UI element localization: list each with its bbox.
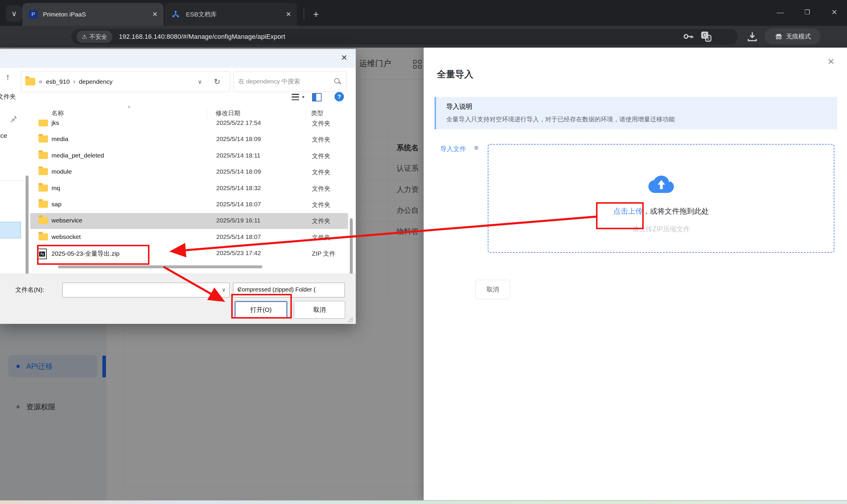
- close-window-button[interactable]: ✕: [826, 4, 843, 21]
- upload-dropzone[interactable]: 点击上传，或将文件拖到此处 请上传ZIP压缩文件: [488, 144, 834, 253]
- folder-icon: [38, 152, 48, 159]
- list-view-icon[interactable]: [292, 94, 299, 100]
- tab-esb-docs[interactable]: ESB文档库 ✕: [165, 3, 297, 26]
- up-directory-button[interactable]: ↑: [5, 72, 10, 82]
- annotation-box-open-button: [231, 294, 292, 319]
- preview-pane-icon[interactable]: [312, 93, 322, 102]
- file-date: 2025/5/14 18:09: [216, 136, 261, 143]
- drawer-cancel-button[interactable]: 取消: [476, 280, 510, 299]
- file-date: 2025/5/19 16:11: [216, 217, 260, 224]
- file-row[interactable]: media_pet_deleted2025/5/14 18:11文件夹: [30, 148, 348, 164]
- column-divider: [306, 110, 306, 120]
- security-badge[interactable]: ⚠ 不安全: [76, 31, 113, 43]
- file-type: 文件夹: [312, 152, 330, 160]
- file-name[interactable]: websocket: [51, 233, 81, 240]
- file-row[interactable]: jks2025/5/22 17:54文件夹: [30, 120, 348, 131]
- breadcrumb-prefix: «: [39, 78, 42, 86]
- file-type: 文件夹: [312, 120, 330, 128]
- drawer-close-icon[interactable]: ✕: [827, 56, 835, 67]
- full-import-drawer: ✕ 全量导入 导入说明 全量导入只支持对空环境进行导入，对于已经存在数据的环境，…: [424, 48, 847, 500]
- new-folder-label-clipped[interactable]: 文件夹: [0, 93, 16, 101]
- refresh-icon[interactable]: ↻: [214, 77, 220, 86]
- translate-icon[interactable]: G 文: [699, 30, 712, 43]
- folder-icon: [25, 78, 35, 86]
- file-date: 2025/5/22 17:54: [216, 120, 261, 126]
- warning-icon: ⚠: [82, 33, 87, 40]
- resize-grip-icon[interactable]: [348, 318, 353, 322]
- incognito-label: 无痕模式: [786, 32, 811, 40]
- dialog-title-bar: [0, 49, 356, 68]
- file-name-input[interactable]: [65, 284, 216, 296]
- url-text[interactable]: 192.168.16.140:8080/#/Manage/configManag…: [119, 33, 286, 40]
- file-row[interactable]: mq2025/5/14 18:32文件夹: [30, 181, 348, 197]
- search-input[interactable]: [238, 73, 327, 89]
- file-type: 文件夹: [312, 217, 330, 225]
- horizontal-scrollbar[interactable]: [58, 265, 262, 268]
- security-badge-label: 不安全: [89, 33, 107, 41]
- file-row[interactable]: module2025/5/14 18:09文件夹: [30, 164, 348, 180]
- maximize-button[interactable]: ❐: [798, 4, 816, 21]
- file-row[interactable]: sap2025/5/14 18:07文件夹: [30, 197, 348, 213]
- tab-divider: [304, 9, 304, 19]
- tooltip-dot-icon: [474, 146, 478, 150]
- file-type: 文件夹: [312, 184, 330, 193]
- file-date: 2025/5/14 18:09: [216, 168, 261, 175]
- cloud-upload-icon: [649, 174, 674, 193]
- file-date: 2025/5/23 17:42: [216, 250, 261, 256]
- file-row[interactable]: webservice2025/5/19 16:11文件夹: [30, 213, 348, 229]
- address-breadcrumb[interactable]: « esb_910 › dependency ∨ ↻: [21, 71, 230, 92]
- dialog-cancel-button[interactable]: 取消: [294, 301, 345, 319]
- password-key-icon[interactable]: [682, 30, 695, 43]
- file-open-dialog: ✕ ↑ « esb_910 › dependency ∨ ↻ 文件夹 ▾ ? 名…: [0, 49, 356, 324]
- column-header-date[interactable]: 修改日期: [215, 109, 240, 117]
- tab-close-icon[interactable]: ✕: [152, 11, 158, 18]
- left-pane-item-fragment[interactable]: ce: [0, 132, 7, 140]
- file-name[interactable]: sap: [51, 201, 62, 208]
- view-caret-icon[interactable]: ▾: [302, 94, 305, 100]
- chevron-down-icon[interactable]: ∨: [238, 286, 341, 293]
- annotation-box-click-upload: [596, 202, 644, 229]
- left-pane-divider: [0, 180, 24, 180]
- left-pane-selected-item[interactable]: [0, 222, 21, 238]
- incognito-icon: [774, 32, 783, 41]
- file-name-combobox[interactable]: ∨: [63, 283, 229, 298]
- file-name[interactable]: webservice: [51, 217, 82, 224]
- breadcrumb-segment[interactable]: esb_910: [46, 78, 70, 85]
- sort-ascending-icon: ^: [128, 106, 130, 111]
- file-name[interactable]: media: [51, 136, 68, 143]
- file-row[interactable]: websocket2025/5/14 18:07文件夹: [30, 230, 348, 246]
- breadcrumb-segment[interactable]: dependency: [79, 78, 113, 85]
- tab-close-icon[interactable]: ✕: [286, 11, 291, 18]
- download-icon[interactable]: [745, 30, 759, 43]
- incognito-chip: 无痕模式: [765, 28, 820, 45]
- file-name[interactable]: module: [51, 168, 72, 175]
- drawer-title: 全量导入: [437, 68, 473, 80]
- file-name[interactable]: jks: [51, 120, 59, 126]
- browser-toolbar: ← → ↻ ⚠ 不安全 192.168.16.140:8080/#/Manage…: [0, 26, 847, 48]
- column-header-type[interactable]: 类型: [311, 109, 323, 117]
- column-header-name[interactable]: 名称: [51, 109, 64, 117]
- annotation-box-zip-file: [37, 245, 150, 265]
- folder-icon: [38, 168, 48, 175]
- screenshot-stage: ∨ P Primeton iPaaS ✕ ESB文档库 ✕ + — ❐ ✕ ← …: [0, 0, 847, 504]
- tab-primeton[interactable]: P Primeton iPaaS ✕: [22, 3, 163, 26]
- info-title: 导入说明: [446, 102, 472, 111]
- help-icon[interactable]: ?: [334, 92, 344, 102]
- minimize-button[interactable]: —: [772, 4, 789, 21]
- file-row[interactable]: media2025/5/14 18:09文件夹: [30, 132, 348, 147]
- info-body: 全量导入只支持对空环境进行导入，对于已经存在数据的环境，请使用增量迁移功能: [446, 115, 675, 123]
- new-tab-button[interactable]: +: [308, 6, 324, 22]
- import-info-box: 导入说明 全量导入只支持对空环境进行导入，对于已经存在数据的环境，请使用增量迁移…: [434, 97, 837, 129]
- upload-hint: 请上传ZIP压缩文件: [488, 224, 834, 234]
- file-name[interactable]: mq: [51, 184, 60, 192]
- chevron-down-icon[interactable]: ∨: [222, 287, 226, 293]
- taskbar-sliver: [0, 500, 847, 504]
- address-dropdown-chevron-icon[interactable]: ∨: [198, 78, 202, 85]
- omnibox[interactable]: ⚠ 不安全 192.168.16.140:8080/#/Manage/confi…: [71, 29, 738, 45]
- file-date: 2025/5/14 18:07: [216, 201, 261, 208]
- tab-search-chevron-icon[interactable]: ∨: [6, 5, 22, 22]
- dialog-search-box[interactable]: [233, 71, 346, 92]
- dialog-close-icon[interactable]: ✕: [341, 53, 347, 62]
- search-icon: [334, 78, 340, 84]
- file-name[interactable]: media_pet_deleted: [51, 152, 104, 159]
